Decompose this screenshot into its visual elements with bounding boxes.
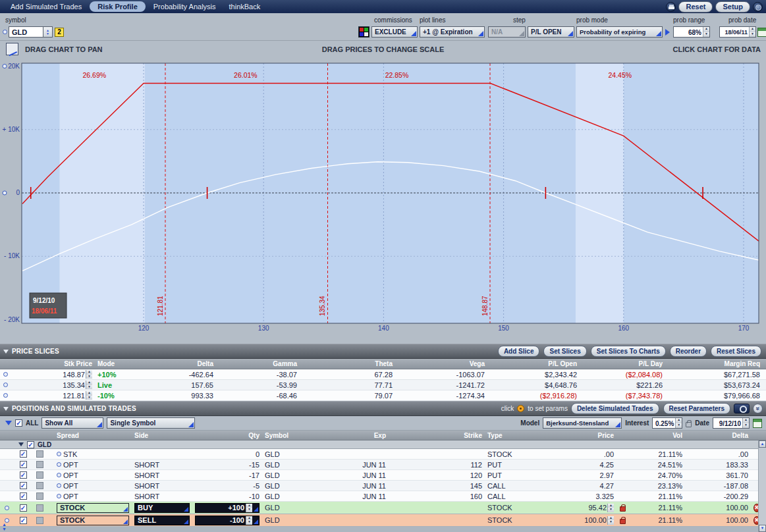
stk-price-stepper[interactable]: ▲▼: [86, 370, 92, 379]
reset-slices-button[interactable]: Reset Slices: [711, 346, 761, 357]
date-field[interactable]: 9/12/10▲▼: [713, 417, 750, 429]
tab-add-simulated-trades[interactable]: Add Simulated Trades: [4, 1, 88, 12]
risk-profile-chart[interactable]: 120130140150160170+ 20K+ 10K0- 10K- 20K1…: [0, 58, 766, 344]
pl-mode-dropdown[interactable]: P/L OPEN: [528, 26, 574, 38]
price-slice-row[interactable]: 148.87▲▼+10%-462.64-38.0767.28-1063.07$2…: [0, 369, 766, 380]
column-margin-req[interactable]: Margin Req: [665, 360, 763, 367]
price-lock-icon[interactable]: [620, 519, 626, 524]
row-checkbox[interactable]: [20, 461, 27, 468]
column-delta[interactable]: Delta: [134, 360, 216, 367]
stk-price-stepper[interactable]: ▲▼: [86, 381, 92, 389]
interest-field[interactable]: 0.25%▲▼: [652, 417, 682, 429]
color-grid-icon[interactable]: [358, 26, 369, 38]
calendar-icon[interactable]: [757, 28, 766, 37]
simulated-trade-row[interactable]: STOCKBUY+100▲▼GLDSTOCK95.42▲▼21.11%100.0…: [0, 502, 766, 514]
column-vega[interactable]: Vega: [395, 360, 487, 367]
page-down-icon[interactable]: ▼: [2, 527, 7, 531]
row-checkbox[interactable]: [20, 471, 27, 479]
price-field[interactable]: 100.00▲▼: [541, 516, 616, 525]
group-checkbox[interactable]: [27, 441, 34, 448]
price-stepper[interactable]: ▲▼: [607, 516, 614, 525]
print-icon[interactable]: [666, 2, 676, 12]
column-price[interactable]: Price: [541, 432, 616, 439]
symbol-scope-dropdown[interactable]: Single Symbol: [107, 417, 195, 429]
position-row[interactable]: OPTSHORT-17GLDJUN 11120PUT2.9724.70%361.…: [0, 470, 766, 481]
slice-mode[interactable]: Live: [95, 381, 134, 389]
play-icon[interactable]: [665, 29, 670, 36]
all-checkbox[interactable]: [15, 419, 22, 427]
column-symbol[interactable]: Symbol: [262, 432, 308, 439]
page-up-icon[interactable]: ▲: [2, 522, 7, 527]
date-stepper[interactable]: ▲▼: [742, 418, 749, 428]
set-params-icon[interactable]: [517, 405, 524, 412]
row-checkbox[interactable]: [20, 504, 27, 512]
spread-select[interactable]: STOCK: [57, 503, 129, 513]
page-scroll-icons[interactable]: ▲▼: [2, 522, 7, 531]
group-collapse-icon[interactable]: [18, 442, 24, 446]
side-select[interactable]: SELL: [134, 516, 190, 525]
scroll-up-icon[interactable]: ▲: [759, 440, 766, 448]
symbol-group-row[interactable]: GLD: [0, 440, 766, 449]
slice-mode[interactable]: -10%: [95, 392, 134, 400]
double-chevron-icon[interactable]: »: [753, 404, 763, 413]
column-strike[interactable]: Strike: [389, 432, 485, 439]
column-type[interactable]: Type: [485, 432, 541, 439]
risk-chart-svg[interactable]: 120130140150160170+ 20K+ 10K0- 10K- 20K1…: [0, 58, 766, 344]
stk-price-field[interactable]: 121.81▲▼: [11, 391, 95, 400]
step-dropdown[interactable]: N/A: [488, 26, 526, 38]
link-group-badge[interactable]: 2: [55, 28, 64, 37]
collapse-icon[interactable]: [3, 407, 9, 411]
price-slice-row[interactable]: 135.34▲▼Live157.65-53.9977.71-1241.72$4,…: [0, 380, 766, 390]
column-side[interactable]: Side: [132, 432, 192, 439]
position-row[interactable]: OPTSHORT-5GLDJUN 11145CALL4.2723.13%-187…: [0, 481, 766, 491]
tab-probability-analysis[interactable]: Probability Analysis: [147, 1, 223, 12]
column-stk-price[interactable]: Stk Price: [11, 360, 95, 367]
prob-mode-dropdown[interactable]: Probability of expiring: [576, 26, 663, 38]
row-checkbox[interactable]: [20, 450, 27, 458]
scrollbar-track[interactable]: [759, 448, 766, 525]
stk-price-field[interactable]: 148.87▲▼: [11, 370, 95, 379]
prob-date-field[interactable]: 18/06/11▲▼: [719, 26, 756, 38]
column-p-l-open[interactable]: P/L Open: [487, 360, 580, 367]
prob-date-stepper[interactable]: ▲▼: [749, 27, 755, 37]
setup-button[interactable]: Setup: [715, 1, 750, 13]
column-p-l-day[interactable]: P/L Day: [580, 360, 665, 367]
set-slices-to-charts-button[interactable]: Set Slices To Charts: [591, 346, 666, 357]
interest-lock-icon[interactable]: [686, 422, 692, 427]
qty-stepper[interactable]: ▲▼: [246, 516, 252, 525]
column-qty[interactable]: Qty: [192, 432, 262, 439]
stk-price-field[interactable]: 135.34▲▼: [11, 381, 95, 390]
column-theta[interactable]: Theta: [300, 360, 395, 367]
prob-range-stepper[interactable]: ▲▼: [703, 27, 709, 37]
column-delta[interactable]: Delta: [685, 432, 751, 439]
column-gamma[interactable]: Gamma: [216, 360, 300, 367]
model-dropdown[interactable]: Bjerksund-Stensland: [543, 417, 622, 429]
delete-simulated-trades-button[interactable]: Delete Simulated Trades: [571, 403, 659, 414]
tab-risk-profile[interactable]: Risk Profile: [90, 1, 146, 12]
row-checkbox[interactable]: [20, 517, 27, 524]
symbol-dropdown-icon[interactable]: ▲▼: [43, 26, 53, 38]
simulated-trade-row[interactable]: STOCKSELL-100▲▼GLDSTOCK100.00▲▼21.11%100…: [0, 514, 766, 527]
interest-stepper[interactable]: ▲▼: [675, 418, 682, 428]
row-checkbox[interactable]: [20, 482, 27, 489]
price-field[interactable]: 95.42▲▼: [541, 503, 616, 513]
scroll-down-icon[interactable]: ▼: [759, 525, 766, 532]
reset-button[interactable]: Reset: [678, 1, 713, 13]
expand-icon[interactable]: [5, 421, 12, 425]
column-exp[interactable]: Exp: [308, 432, 389, 439]
camera-icon[interactable]: [734, 404, 750, 413]
set-slices-button[interactable]: Set Slices: [543, 346, 586, 357]
reset-parameters-button[interactable]: Reset Parameters: [663, 403, 731, 414]
side-select[interactable]: BUY: [134, 503, 190, 513]
slice-mode[interactable]: +10%: [95, 371, 134, 379]
column-spread[interactable]: Spread: [46, 432, 132, 439]
calendar-icon[interactable]: [753, 419, 762, 428]
spread-select[interactable]: STOCK: [57, 516, 129, 525]
price-stepper[interactable]: ▲▼: [607, 504, 614, 512]
qty-stepper[interactable]: ▲▼: [246, 504, 252, 512]
symbol-input[interactable]: GLD: [9, 26, 43, 38]
show-all-dropdown[interactable]: Show All: [41, 417, 103, 429]
reorder-button[interactable]: Reorder: [670, 346, 707, 357]
add-slice-button[interactable]: Add Slice: [498, 346, 540, 357]
row-checkbox[interactable]: [20, 492, 27, 500]
